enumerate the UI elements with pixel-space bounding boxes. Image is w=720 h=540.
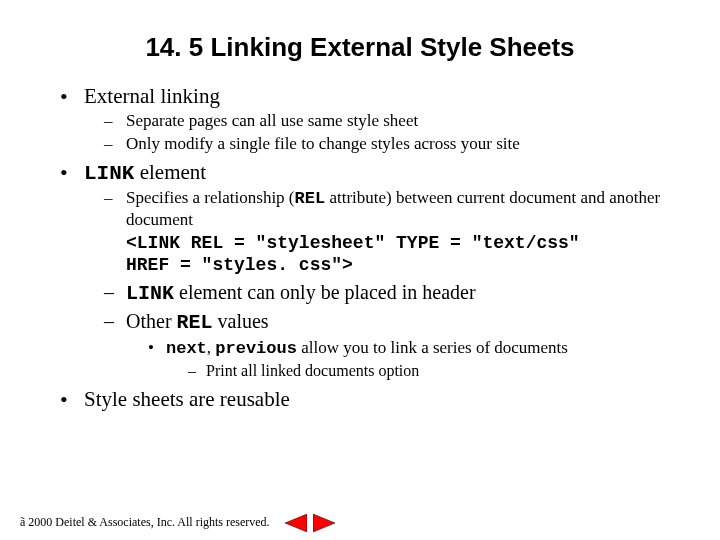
dash-link-header-only: LINK element can only be placed in heade… [104, 280, 690, 306]
bullet-reusable: Style sheets are reusable [60, 387, 690, 412]
text-link-series: allow you to link a series of documents [297, 338, 568, 357]
svg-marker-1 [313, 514, 335, 532]
code-line-2: HREF = "styles. css"> [126, 254, 690, 277]
bullet-next-previous: next, previous allow you to link a serie… [148, 338, 690, 359]
code-previous-keyword: previous [215, 339, 297, 358]
text-specifies-a: Specifies a relationship ( [126, 188, 295, 207]
slide-title: 14. 5 Linking External Style Sheets [0, 32, 720, 63]
code-rel-keyword-1: REL [295, 189, 326, 208]
text-element-suffix: element [134, 160, 206, 184]
text-other-a: Other [126, 310, 177, 332]
dash-other-rel-values: Other REL values [104, 309, 690, 335]
slide: 14. 5 Linking External Style Sheets Exte… [0, 0, 720, 540]
code-sample: <LINK REL = "stylesheet" TYPE = "text/cs… [104, 232, 690, 277]
code-line-1: <LINK REL = "stylesheet" TYPE = "text/cs… [126, 232, 690, 255]
code-link-keyword-2: LINK [126, 282, 174, 305]
dash-separate-pages: Separate pages can all use same style sh… [104, 111, 690, 131]
code-link-keyword: LINK [84, 162, 134, 185]
slide-nav [285, 514, 335, 532]
copyright-footer: ã 2000 Deitel & Associates, Inc. All rig… [20, 515, 270, 530]
text-other-b: values [213, 310, 269, 332]
next-slide-icon[interactable] [313, 514, 335, 532]
bullet-link-element: LINK element [60, 160, 690, 186]
bullet-external-linking: External linking [60, 84, 690, 109]
text-header-only: element can only be placed in header [174, 281, 476, 303]
svg-marker-0 [285, 514, 307, 532]
slide-content: External linking Separate pages can all … [60, 78, 690, 414]
prev-slide-icon[interactable] [285, 514, 307, 532]
dash-modify-single-file: Only modify a single file to change styl… [104, 134, 690, 154]
dash-print-linked-docs: Print all linked documents option [188, 361, 690, 380]
code-rel-keyword-2: REL [177, 311, 213, 334]
code-next-keyword: next [166, 339, 207, 358]
dash-specifies-relationship: Specifies a relationship (REL attribute)… [104, 188, 690, 230]
